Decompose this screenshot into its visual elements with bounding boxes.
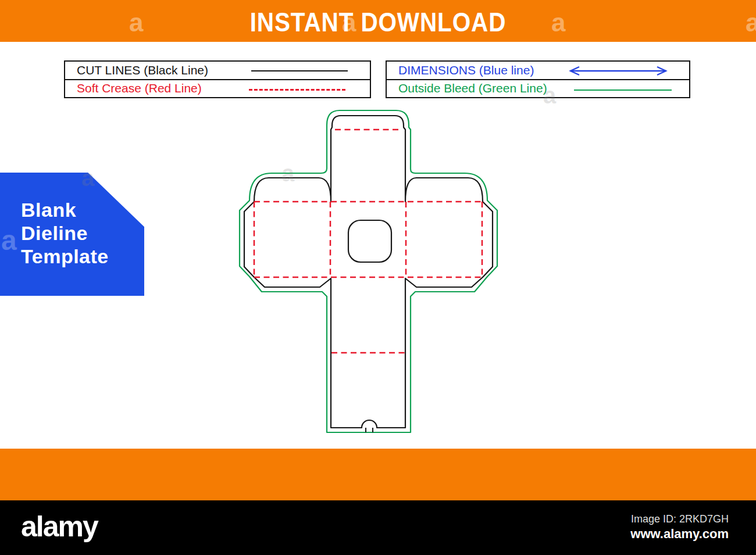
bleed-outline-green — [240, 110, 497, 432]
alamy-info-bar: alamy Image ID: 2RKD7GH www.alamy.com — [0, 500, 756, 555]
legend-row-dimensions: DIMENSIONS (Blue line) — [387, 62, 689, 79]
alamy-meta: Image ID: 2RKD7GH www.alamy.com — [630, 512, 729, 542]
crease-line-sample — [249, 89, 345, 91]
badge-line-1: Blank — [21, 198, 144, 221]
center-hole-cutout — [348, 220, 391, 262]
image-id-text: Image ID: 2RKD7GH — [630, 512, 729, 526]
page-title: INSTANT DOWNLOAD — [45, 6, 711, 38]
legend-label-dimensions: DIMENSIONS (Blue line) — [387, 63, 534, 77]
legend-label-soft-crease: Soft Crease (Red Line) — [65, 81, 202, 95]
watermark-a: a — [281, 160, 294, 187]
dimension-arrow-icon — [566, 65, 671, 79]
badge-text: Blank Dieline Template — [0, 173, 144, 268]
alamy-url-text: www.alamy.com — [630, 526, 729, 542]
legend-cut-crease: CUT LINES (Black Line) Soft Crease (Red … — [64, 60, 371, 98]
notch-stub-lines — [366, 428, 373, 432]
badge-line-3: Template — [21, 245, 144, 268]
legend-row-cut-lines: CUT LINES (Black Line) — [65, 62, 370, 79]
blank-dieline-badge: Blank Dieline Template — [0, 173, 144, 296]
header-bar: INSTANT DOWNLOAD — [0, 0, 756, 42]
bleed-line-sample — [574, 89, 672, 91]
cut-outline-black — [244, 116, 493, 428]
legend-label-cut-lines: CUT LINES (Black Line) — [65, 63, 208, 77]
crease-lines-red — [254, 130, 482, 353]
alamy-logo: alamy — [21, 510, 98, 543]
cut-line-sample — [251, 70, 348, 71]
legend-row-soft-crease: Soft Crease (Red Line) — [65, 79, 370, 98]
legend-label-outside-bleed: Outside Bleed (Green Line) — [387, 81, 547, 95]
footer-bar — [0, 449, 756, 500]
legend-dimension-bleed: DIMENSIONS (Blue line) Outside Bleed (Gr… — [386, 60, 690, 98]
badge-line-2: Dieline — [21, 221, 144, 245]
stock-image-page: INSTANT DOWNLOAD CUT LINES (Black Line) … — [0, 0, 756, 555]
legend-row-outside-bleed: Outside Bleed (Green Line) — [387, 79, 689, 98]
